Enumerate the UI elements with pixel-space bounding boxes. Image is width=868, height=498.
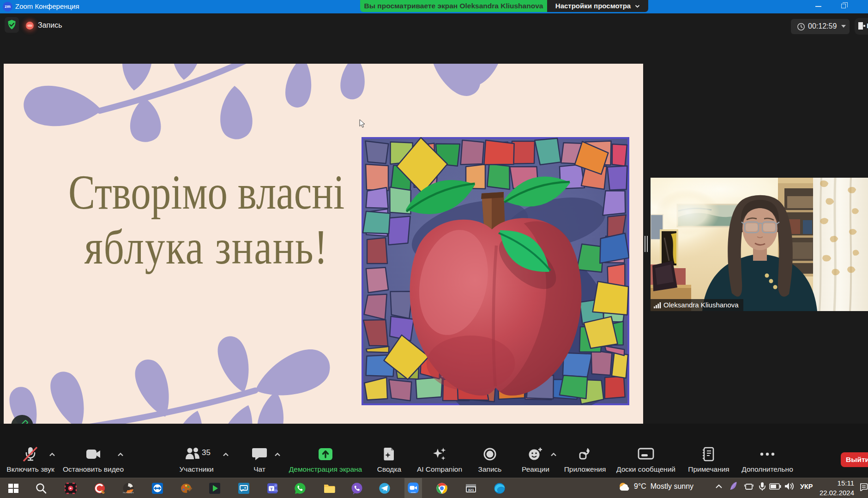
svg-text:PHOTOSCAPE: PHOTOSCAPE [123,492,134,494]
svg-text:T: T [270,487,273,492]
svg-text:35: 35 [202,448,211,457]
svg-text:zoom: zoom [411,491,416,493]
svg-text:321: 321 [468,488,474,492]
